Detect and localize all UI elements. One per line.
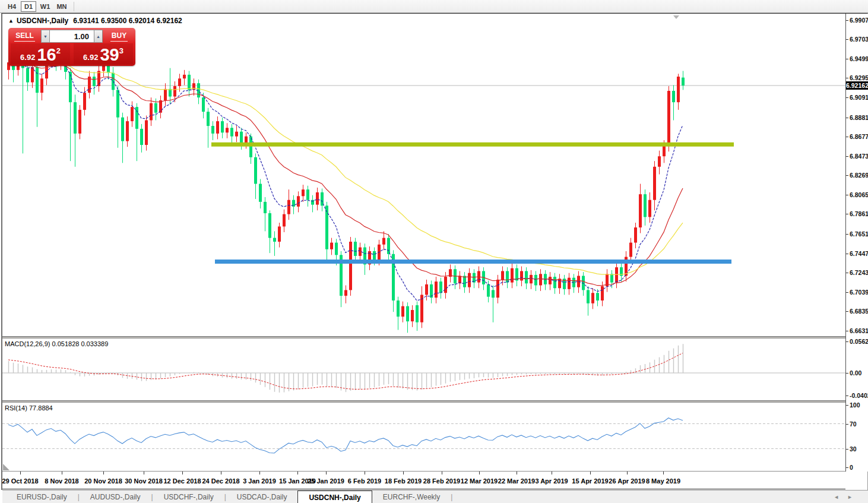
time-tick — [103, 472, 104, 474]
collapse-panel-icon[interactable]: ▲ — [8, 18, 14, 24]
sell-quote[interactable]: 6.92 16 2 — [11, 43, 70, 64]
price-axis-label: 6.90910 — [850, 94, 868, 101]
timeframe-button-mn[interactable]: MN — [54, 1, 69, 12]
mt4-terminal: H4D1W1MN ▲USDCNH-,Daily6.93141 6.93500 6… — [0, 0, 868, 503]
time-axis-label: 24 Dec 2018 — [202, 477, 240, 485]
price-axis-label: 6.72430 — [850, 269, 868, 276]
tab-scroll-arrows[interactable]: ◄► — [834, 494, 861, 500]
time-tick — [627, 472, 628, 474]
rsi-axis-label: 100 — [850, 401, 860, 409]
sell-button[interactable]: SELL — [11, 30, 39, 43]
time-axis-label: 15 Apr 2019 — [572, 477, 608, 485]
chart-tab-usdcad[interactable]: USDCAD-,Daily — [226, 491, 298, 503]
macd-label: MACD(12,26,9) 0.051828 0.033389 — [5, 340, 108, 347]
price-axis-label: 6.88810 — [850, 114, 868, 121]
rsi-pane[interactable]: RSI(14) 77.8884 — [2, 403, 845, 472]
time-tick — [259, 472, 260, 474]
macd-canvas — [2, 339, 845, 400]
time-tick — [144, 472, 144, 474]
macd-axis-label: -0.040218 — [850, 392, 868, 399]
time-tick — [590, 472, 591, 474]
volume-increase-button[interactable]: ▲ — [94, 30, 103, 43]
macd-tick — [846, 373, 848, 374]
volume-input[interactable]: 1.00 — [50, 30, 94, 43]
rsi-axis-label: 70 — [850, 420, 857, 428]
time-tick — [365, 472, 365, 474]
price-tick — [846, 331, 848, 331]
price-tick — [846, 195, 848, 195]
price-tick — [846, 273, 848, 273]
chart-tab-bar: EURUSD-,Daily|AUDUSD-,Daily|USDCHF-,Dail… — [2, 490, 868, 503]
scroll-corner-marker — [3, 464, 9, 470]
time-tick — [403, 472, 404, 474]
chart-shift-marker[interactable] — [673, 15, 679, 19]
price-axis-label: 6.97030 — [850, 36, 868, 43]
buy-quote[interactable]: 6.92 39 3 — [74, 43, 133, 64]
time-tick — [297, 472, 298, 474]
price-tick — [846, 156, 848, 157]
time-tick — [221, 472, 221, 474]
time-axis-label: 26 Apr 2019 — [609, 477, 645, 485]
time-tick — [552, 472, 552, 474]
chart-tab-eurusd[interactable]: EURUSD-,Daily — [6, 491, 78, 503]
time-axis-label: 8 Nov 2018 — [45, 477, 78, 485]
price-tick — [846, 118, 848, 118]
time-axis-label: 25 Jan 2019 — [308, 477, 344, 485]
time-tick — [62, 472, 62, 474]
time-tick — [182, 472, 183, 474]
price-tick — [846, 20, 848, 21]
price-tick — [846, 59, 848, 59]
rsi-tick — [846, 449, 848, 450]
price-axis-label: 6.92950 — [850, 74, 868, 81]
chart-tab-eurchf[interactable]: EURCHF-,Weekly — [372, 491, 451, 503]
chart-tab-usdchf[interactable]: USDCHF-,Daily — [153, 491, 224, 503]
macd-histogram — [9, 344, 683, 393]
time-tick — [326, 472, 327, 474]
price-tick — [846, 175, 848, 176]
buy-price-base: 6.92 — [83, 52, 98, 62]
price-pane[interactable]: ▲USDCNH-,Daily6.93141 6.93500 6.92014 6.… — [2, 14, 845, 337]
price-axis-label: 6.86770 — [850, 133, 868, 140]
time-axis-label: 3 Jan 2019 — [243, 477, 276, 485]
time-axis-label: 6 Feb 2019 — [348, 477, 381, 485]
rsi-canvas — [2, 403, 845, 471]
time-axis-label: 12 Mar 2019 — [461, 477, 498, 485]
price-axis-label: 6.76510 — [850, 230, 868, 238]
time-axis-label: 18 Feb 2019 — [385, 477, 422, 485]
price-tick — [846, 39, 848, 40]
price-axis-label: 6.74470 — [850, 250, 868, 257]
macd-tick — [846, 341, 848, 342]
chart-window: ▲USDCNH-,Daily6.93141 6.93500 6.92014 6.… — [1, 13, 868, 490]
time-tick — [479, 472, 480, 474]
sell-price-base: 6.92 — [20, 52, 35, 62]
tab-scroll-left-icon[interactable]: ◄ — [834, 494, 847, 500]
tab-scroll-right-icon[interactable]: ► — [847, 494, 861, 500]
price-axis-label: 6.68350 — [850, 308, 868, 315]
timeframe-button-w1[interactable]: W1 — [37, 1, 53, 12]
time-axis-label: 22 Mar 2019 — [498, 477, 535, 485]
price-tick — [846, 97, 848, 98]
timeframe-button-d1[interactable]: D1 — [21, 1, 36, 12]
time-axis-label: 8 May 2019 — [646, 477, 680, 485]
rsi-tick — [846, 424, 848, 425]
time-tick — [20, 472, 21, 474]
price-tick — [846, 137, 848, 137]
fast-ma-line — [8, 62, 683, 300]
chart-tab-usdcnh[interactable]: USDCNH-,Daily — [297, 491, 372, 503]
price-tick — [846, 292, 848, 293]
tab-divider: | — [451, 493, 452, 501]
price-axis-label: 6.84730 — [850, 153, 868, 160]
macd-pane[interactable]: MACD(12,26,9) 0.051828 0.033389 — [2, 339, 845, 401]
macd-axis-label: 0.00 — [850, 369, 861, 377]
chart-tab-audusd[interactable]: AUDUSD-,Daily — [80, 491, 151, 503]
time-tick — [663, 472, 664, 474]
timeframe-toolbar: H4D1W1MN — [0, 0, 868, 13]
volume-decrease-button[interactable]: ▼ — [41, 30, 50, 43]
price-tick — [846, 234, 848, 235]
rsi-tick — [846, 467, 848, 468]
sell-price-point: 2 — [56, 46, 61, 55]
buy-button[interactable]: BUY — [105, 30, 133, 43]
timeframe-button-h4[interactable]: H4 — [4, 1, 20, 12]
rsi-label: RSI(14) 77.8884 — [5, 404, 53, 412]
ohlc-values: 6.93141 6.93500 6.92014 6.92162 — [73, 17, 182, 25]
